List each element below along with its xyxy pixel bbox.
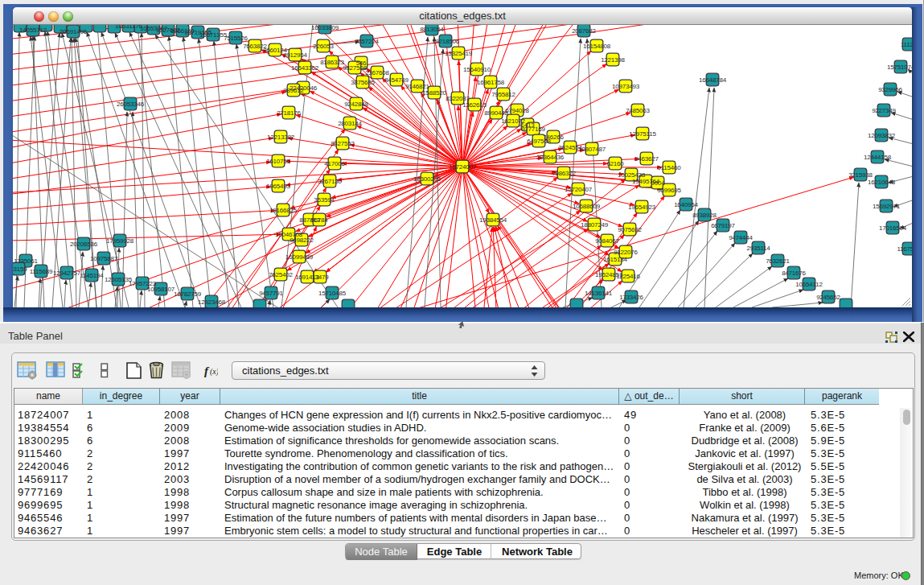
svg-text:96784: 96784 — [310, 216, 328, 224]
svg-text:1733426: 1733426 — [619, 294, 643, 301]
svg-text:9463627: 9463627 — [634, 155, 659, 163]
svg-text:20364436: 20364436 — [536, 154, 565, 161]
svg-text:1588520: 1588520 — [422, 89, 446, 97]
svg-text:18807249: 18807249 — [581, 221, 609, 229]
svg-text:7955812: 7955812 — [491, 91, 515, 98]
svg-text:8427552: 8427552 — [331, 140, 355, 147]
svg-text:9474444: 9474444 — [729, 234, 753, 241]
svg-text:9084067: 9084067 — [595, 237, 619, 245]
svg-text:16210643: 16210643 — [868, 179, 896, 186]
svg-text:16961758: 16961758 — [477, 79, 505, 86]
svg-text:2367608: 2367608 — [365, 69, 389, 76]
svg-text:9242848: 9242848 — [344, 101, 368, 108]
svg-text:417006: 417006 — [324, 160, 345, 167]
svg-text:16099489: 16099489 — [285, 253, 314, 261]
svg-text:7986322: 7986322 — [552, 170, 576, 177]
svg-text:18300295: 18300295 — [413, 175, 441, 183]
svg-text:11123: 11123 — [901, 41, 912, 48]
svg-text:2803144: 2803144 — [338, 120, 362, 127]
svg-text:3215938: 3215938 — [848, 171, 873, 179]
svg-text:62160: 62160 — [606, 160, 624, 167]
svg-text:12213382: 12213382 — [267, 134, 295, 141]
svg-text:10973493: 10973493 — [612, 83, 640, 90]
svg-text:10688609: 10688609 — [573, 203, 601, 210]
svg-text:12923468: 12923468 — [198, 299, 226, 306]
svg-text:1221398: 1221398 — [601, 56, 625, 64]
svg-text:1145194: 1145194 — [80, 272, 104, 279]
svg-text:16154808: 16154808 — [583, 43, 611, 50]
svg-text:14055712: 14055712 — [19, 27, 47, 34]
svg-text:9122076: 9122076 — [614, 249, 638, 256]
svg-text:10807487: 10807487 — [578, 146, 606, 153]
svg-text:7625402: 7625402 — [269, 271, 293, 278]
svg-text:26053346: 26053346 — [117, 101, 145, 108]
svg-text:f: f — [204, 365, 210, 377]
svg-text:1610755: 1610755 — [266, 158, 290, 165]
svg-text:3875685: 3875685 — [351, 79, 375, 86]
svg-text:7485063: 7485063 — [626, 107, 650, 114]
svg-text:15692971: 15692971 — [873, 203, 901, 210]
svg-text:6794028: 6794028 — [505, 107, 529, 114]
svg-text:9777169: 9777169 — [521, 126, 545, 133]
svg-text:10654112: 10654112 — [795, 281, 823, 288]
svg-text:16782759: 16782759 — [174, 290, 202, 298]
svg-text:9327508: 9327508 — [343, 64, 367, 72]
svg-text:7357224: 7357224 — [355, 38, 379, 45]
svg-text:9457791: 9457791 — [259, 290, 283, 297]
svg-text:20206536: 20206536 — [70, 241, 98, 248]
svg-text:8813054: 8813054 — [420, 26, 444, 33]
svg-text:12942757: 12942757 — [53, 270, 81, 277]
svg-text:13479: 13479 — [311, 274, 329, 281]
svg-text:9699695: 9699695 — [657, 187, 681, 194]
svg-text:19218506: 19218506 — [432, 38, 460, 45]
svg-text:2087682: 2087682 — [572, 27, 596, 35]
svg-text:7515526: 7515526 — [224, 35, 248, 42]
svg-text:16648784: 16648784 — [699, 76, 727, 84]
svg-text:226053: 226053 — [313, 43, 334, 50]
svg-text:12444158: 12444158 — [864, 154, 892, 161]
svg-text:353594: 353594 — [314, 196, 335, 204]
svg-text:16033809: 16033809 — [311, 25, 339, 31]
svg-text:15751074: 15751074 — [887, 64, 912, 71]
svg-text:9498222: 9498222 — [290, 237, 314, 244]
svg-text:12975115: 12975115 — [629, 130, 656, 138]
svg-text:15640910: 15640910 — [463, 66, 491, 73]
svg-text:33159: 33159 — [13, 266, 27, 273]
svg-text:9115460: 9115460 — [657, 164, 681, 171]
svg-text:9075692: 9075692 — [618, 226, 642, 233]
svg-text:6679197: 6679197 — [711, 222, 735, 229]
svg-text:14136141: 14136141 — [585, 290, 613, 297]
svg-text:17959928: 17959928 — [106, 237, 134, 245]
svg-text:1115689: 1115689 — [30, 268, 53, 275]
svg-text:15710485: 15710485 — [318, 290, 347, 297]
svg-text:10958107: 10958107 — [147, 286, 175, 293]
svg-text:7632621: 7632621 — [766, 257, 790, 265]
svg-text:8471676: 8471676 — [782, 270, 806, 277]
svg-text:10975887: 10975887 — [90, 255, 118, 262]
svg-text:1640954: 1640954 — [674, 201, 698, 208]
svg-text:989612: 989612 — [283, 87, 304, 94]
svg-text:3267130: 3267130 — [318, 178, 342, 185]
svg-text:1965493: 1965493 — [266, 183, 290, 190]
svg-text:15720407: 15720407 — [565, 186, 593, 193]
svg-text:18724007: 18724007 — [449, 163, 477, 171]
svg-text:16543362: 16543362 — [291, 64, 319, 72]
svg-text:1225416: 1225416 — [616, 273, 640, 280]
svg-text:20691406: 20691406 — [60, 28, 88, 35]
svg-text:1335061: 1335061 — [14, 257, 38, 265]
svg-text:8912954: 8912954 — [283, 51, 307, 59]
svg-text:9227349: 9227349 — [872, 107, 896, 114]
svg-text:19384554: 19384554 — [479, 216, 507, 224]
svg-text:10531176: 10531176 — [115, 25, 142, 30]
svg-text:2935114: 2935114 — [746, 245, 770, 252]
svg-text:9329966: 9329966 — [878, 86, 902, 93]
svg-text:19654923: 19654923 — [628, 204, 656, 211]
svg-text:9904: 9904 — [651, 179, 666, 187]
svg-text:1615134: 1615134 — [603, 256, 627, 263]
svg-text:8938928: 8938928 — [692, 212, 717, 219]
svg-text:13325419: 13325419 — [445, 50, 473, 57]
svg-text:1362615: 1362615 — [462, 101, 487, 109]
svg-text:1167533: 1167533 — [897, 245, 912, 253]
svg-text:12093832: 12093832 — [868, 132, 896, 139]
svg-text:17016504: 17016504 — [879, 225, 907, 232]
